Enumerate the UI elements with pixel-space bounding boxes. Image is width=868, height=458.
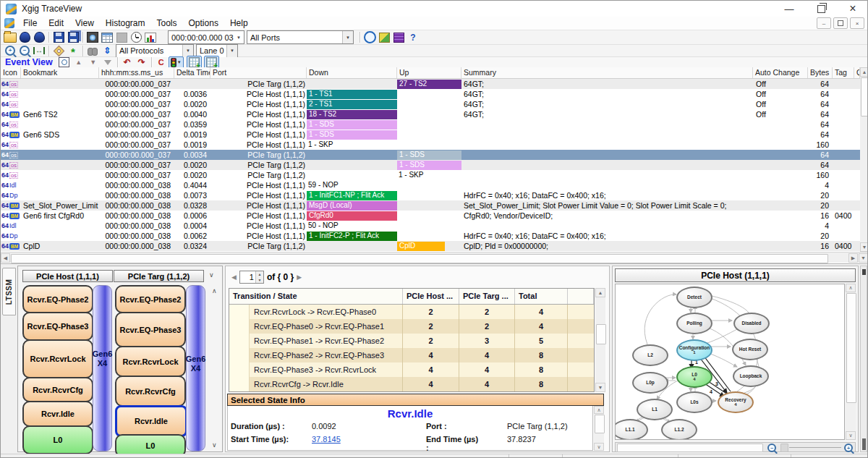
state-node-polling[interactable]: Polling [676, 313, 712, 334]
open-trace-button[interactable] [4, 31, 17, 43]
capture-button[interactable] [86, 31, 99, 43]
event-table-hscrollbar[interactable]: ◀ ▶ ▼ [1, 252, 868, 263]
trigger-view-button[interactable]: ▼ [169, 56, 184, 69]
ltssm-targ-header[interactable]: PCIe Targ (1,1,2) [114, 270, 204, 282]
column-header[interactable]: Tag [833, 67, 854, 78]
tag-button[interactable] [52, 45, 65, 57]
chevron-down-icon[interactable]: ∨ [212, 442, 217, 449]
column-header[interactable]: Bookmark [21, 67, 99, 78]
ltssm-host-header[interactable]: PCIe Host (1,1,1) [22, 270, 113, 282]
strip-thumb[interactable] [862, 438, 866, 450]
restore-button[interactable] [805, 1, 837, 17]
transitions-column-header[interactable]: PCIe Targ ... [459, 289, 515, 304]
dropdown-arrow-icon[interactable]: ▼ [234, 31, 244, 43]
scroll-down-icon[interactable]: ▼ [595, 383, 605, 392]
scroll-down-icon[interactable]: ∨ [846, 431, 856, 440]
scroll-thumb[interactable] [846, 293, 856, 403]
event-row[interactable]: 64BMSet_Slot_Power_Limit000:00:00.000_03… [1, 200, 860, 211]
state-node-l0[interactable]: L04 [676, 366, 712, 388]
child-minimize-button[interactable]: – [817, 17, 831, 29]
ltssm-state-rcvr-eq-phase3[interactable]: Rcvr.EQ-Phase3 [22, 312, 93, 341]
state-node-l0p[interactable]: L0p [632, 372, 668, 394]
fit-to-window-button[interactable]: ↔ [33, 45, 46, 57]
state-info-vscrollbar[interactable]: ∧ ∨ [594, 406, 604, 451]
report-button[interactable] [144, 31, 157, 43]
start-time-link[interactable]: 37.8145 [312, 435, 397, 452]
scroll-left-icon[interactable]: ◀ [1, 253, 10, 263]
scroll-thumb[interactable] [596, 324, 606, 344]
minimize-button[interactable]: — [773, 1, 805, 17]
state-node-l0s[interactable]: L0s [676, 391, 712, 413]
event-row[interactable]: 64os000:00:00.000_0370.0019PCIe Host (1,… [1, 140, 860, 150]
ltssm-state-rcvr-rcvrlock[interactable]: Rcvr.RcvrLock [115, 346, 186, 377]
ltssm-state-rcvr-rcvrcfg[interactable]: Rcvr.RcvrCfg [115, 376, 186, 407]
zoom-slider-track[interactable] [789, 447, 841, 448]
ltssm-state-rcvr-eq-phase2[interactable]: Rcvr.EQ-Phase2 [115, 285, 186, 313]
column-header[interactable]: Bytes [808, 67, 833, 78]
transition-row[interactable]: Rcvr.EQ-Phase0 -> Rcvr.EQ-Phase1224 [229, 319, 594, 334]
scroll-thumb[interactable] [11, 254, 828, 263]
spinner-arrows[interactable]: ▲▼ [255, 271, 263, 283]
column-header[interactable]: Icon [1, 67, 21, 78]
state-node-disabled[interactable]: Disabled [733, 313, 770, 334]
event-row[interactable]: 64BMCplD000:00:00.000_0380.0324PCIe Targ… [1, 241, 860, 251]
pager-next-icon[interactable]: ▶ [297, 273, 302, 281]
transitions-column-header[interactable]: Transition / State [229, 289, 403, 304]
transition-row[interactable]: Rcvr.EQ-Phase1 -> Rcvr.EQ-Phase2235 [229, 334, 594, 348]
scroll-right-icon[interactable]: ▶ [848, 253, 858, 263]
column-header[interactable]: Port [210, 67, 307, 78]
color-map-button[interactable] [378, 31, 391, 43]
chevron-up-icon[interactable]: ∧ [212, 288, 217, 294]
new-marker-button[interactable]: * [67, 45, 80, 57]
column-header[interactable]: hhh:mm:ss.ms_us [99, 67, 174, 78]
next-event-button[interactable]: ▼ [87, 56, 100, 69]
help-button[interactable]: ? [407, 31, 420, 43]
ltssm-state-rcvr-eq-phase3[interactable]: Rcvr.EQ-Phase3 [115, 312, 186, 347]
transition-row[interactable]: Rcvr.RcvrCfg -> Rcvr.Idle448 [229, 377, 594, 391]
diagram-zoom-out-icon[interactable]: − [767, 444, 776, 452]
menu-item-edit[interactable]: Edit [43, 17, 69, 29]
state-node-l2[interactable]: L2 [632, 344, 668, 366]
diagram-hscroll-thumb[interactable] [617, 444, 763, 452]
state-node-loopback[interactable]: Loopback [733, 365, 769, 387]
save-button[interactable] [52, 31, 65, 43]
event-row[interactable]: 64BMGen6 first CfgRd0000:00:00.000_0380.… [1, 211, 860, 221]
zoom-slider-thumb[interactable] [780, 444, 788, 452]
ltssm-state-l0[interactable]: L0 [22, 425, 93, 454]
state-node-l1-1[interactable]: L1.1 [615, 419, 648, 440]
table-view-button[interactable] [101, 31, 114, 43]
scroll-up-icon[interactable]: ▲ [860, 67, 868, 77]
scroll-corner-icon[interactable]: ▼ [859, 253, 868, 263]
goto-event-button[interactable]: C [155, 56, 168, 69]
open-recent-button[interactable] [33, 31, 46, 43]
event-row[interactable]: 64BMGen6 SDS000:00:00.000_0370.0019PCIe … [1, 130, 860, 140]
event-row[interactable]: 64os000:00:00.000_0370.0034PCIe Targ (1,… [1, 150, 860, 160]
ltssm-tab[interactable]: LTSSM [2, 268, 16, 315]
scroll-down-icon[interactable]: ▼ [860, 242, 868, 252]
time-info-button[interactable] [363, 31, 376, 43]
time-search-field[interactable]: 000:00:00.000 037 ▼ [168, 30, 244, 44]
sync-scroll-button[interactable]: ⇕ [101, 45, 114, 57]
collapsed-panel-strip[interactable] [860, 266, 867, 452]
page-spinner[interactable]: 1 ▲▼ [239, 271, 264, 284]
menu-item-help[interactable]: Help [224, 17, 254, 29]
ports-combobox[interactable]: All Ports ▼ [247, 30, 354, 44]
menu-item-view[interactable]: View [69, 17, 100, 29]
column-header[interactable]: Delta Time [174, 67, 210, 78]
ltssm-state-rcvr-rcvrlock[interactable]: Rcvr.RcvrLock [22, 339, 93, 378]
scroll-up-icon[interactable]: ∧ [846, 284, 856, 292]
column-header[interactable]: Down [307, 67, 397, 78]
child-close-button[interactable]: × [850, 17, 864, 29]
protocol-map-button[interactable] [392, 31, 405, 43]
menu-item-tools[interactable]: Tools [151, 17, 183, 29]
column-header[interactable]: Up [397, 67, 461, 78]
event-row[interactable]: 64os000:00:00.000_0370.0020PCIe Targ (1,… [1, 160, 860, 170]
transitions-vscrollbar[interactable]: ▲ ▼ [595, 288, 605, 392]
event-row[interactable]: 64os000:00:00.000_0370.0020PCIe Targ (1,… [1, 170, 860, 180]
event-row[interactable]: 64os000:00:00.000_037PCIe Targ (1,1,2)27… [1, 79, 860, 89]
ltssm-state-rcvr-idle[interactable]: Rcvr.Idle [22, 401, 93, 427]
state-node-l1-2[interactable]: L1.2 [661, 419, 697, 440]
scroll-thumb[interactable] [595, 415, 605, 433]
save-all-button[interactable] [67, 31, 80, 43]
zoom-out-button[interactable]: − [18, 45, 31, 57]
